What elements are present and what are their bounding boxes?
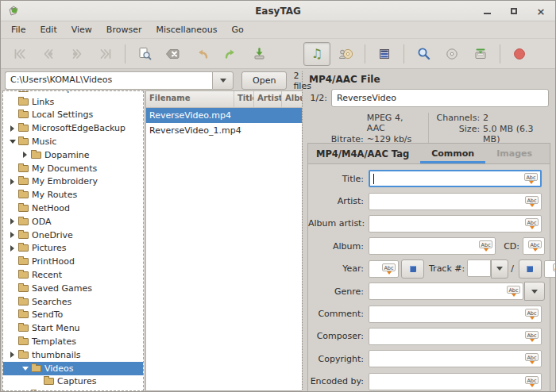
- tree-item-microsoftedgebackup[interactable]: MicrosoftEdgeBackup: [3, 121, 143, 135]
- tree-item-music[interactable]: Music: [3, 135, 143, 148]
- tree-item-start-menu[interactable]: Start Menu: [3, 321, 143, 335]
- column-header-title[interactable]: Title: [234, 91, 254, 107]
- tree-item[interactable]: [3, 388, 143, 391]
- tree-item-sendto[interactable]: SendTo: [3, 309, 143, 322]
- tree-item-dopamine[interactable]: Dopamine: [3, 148, 143, 162]
- track-input[interactable]: [467, 259, 491, 277]
- disc-button[interactable]: [438, 42, 465, 66]
- go-first-button[interactable]: [6, 42, 33, 66]
- tab-common[interactable]: Common: [420, 144, 485, 163]
- encoded-by-input[interactable]: Abc: [369, 373, 542, 390]
- tree-expander-icon[interactable]: [20, 152, 30, 158]
- menu-view[interactable]: View: [64, 22, 99, 37]
- column-header-artist[interactable]: Artist: [254, 91, 282, 107]
- record-button[interactable]: [506, 42, 533, 66]
- composer-input[interactable]: Abc: [369, 328, 542, 345]
- save-files-button[interactable]: [245, 42, 272, 66]
- apply-year-button[interactable]: [401, 259, 424, 279]
- remove-tags-button[interactable]: [160, 42, 187, 66]
- tree-item-links[interactable]: Links: [3, 95, 143, 109]
- album-mask-icon[interactable]: Abc: [479, 240, 492, 252]
- cd-mask-icon[interactable]: Abc: [528, 240, 542, 252]
- genre-input[interactable]: Abc: [369, 282, 523, 300]
- filename-input[interactable]: ReverseVideo: [331, 89, 549, 107]
- audio-note-button[interactable]: ♫: [303, 42, 330, 66]
- column-header-album[interactable]: Album: [282, 91, 302, 107]
- tree-item-templates[interactable]: Templates: [3, 335, 143, 348]
- tree-item-pictures[interactable]: Pictures: [3, 242, 143, 256]
- tree-item-onedrive[interactable]: OneDrive: [3, 229, 143, 242]
- search-button[interactable]: [410, 42, 437, 66]
- tree-item-searches[interactable]: Searches: [3, 295, 143, 309]
- tree-item-recent[interactable]: Recent: [3, 268, 143, 282]
- tracklist-icon: [378, 48, 391, 60]
- scan-files-icon: [137, 47, 152, 60]
- tree-item-oda[interactable]: ODA: [3, 215, 143, 229]
- tracklist-button[interactable]: [371, 42, 398, 66]
- tree-item-printhood[interactable]: PrintHood: [3, 255, 143, 268]
- genre-mask-icon[interactable]: Abc: [507, 286, 520, 297]
- year-mask-icon[interactable]: Abc: [382, 263, 396, 275]
- path-dropdown-button[interactable]: [212, 71, 234, 90]
- tree-expander-icon[interactable]: [7, 140, 17, 144]
- cd-input[interactable]: Abc: [523, 237, 545, 255]
- tree-expander-icon[interactable]: [7, 352, 17, 358]
- comment-mask-icon[interactable]: Abc: [525, 309, 539, 320]
- track-total-input[interactable]: Abc: [544, 260, 556, 278]
- tree-expander-icon[interactable]: [20, 367, 30, 371]
- tree-item-my-embroidery[interactable]: My Embroidery: [3, 175, 143, 189]
- menu-go[interactable]: Go: [225, 22, 251, 37]
- open-button[interactable]: Open: [241, 71, 287, 90]
- menu-file[interactable]: File: [4, 22, 33, 37]
- title-mask-icon[interactable]: Abc: [524, 173, 538, 184]
- redo-button[interactable]: [217, 42, 244, 66]
- year-input[interactable]: Abc: [369, 260, 399, 278]
- close-button[interactable]: ×: [535, 5, 547, 17]
- tree-item-thumbnails[interactable]: thumbnails: [3, 348, 143, 362]
- minimize-button[interactable]: [481, 5, 493, 17]
- tree-expander-icon[interactable]: [7, 179, 17, 185]
- tree-item-videos[interactable]: Videos: [3, 362, 143, 375]
- album-input[interactable]: Abc: [369, 237, 496, 255]
- tree-item-local-settings[interactable]: Local Settings: [3, 109, 143, 122]
- genre-dropdown-button[interactable]: [524, 282, 545, 301]
- apply-track-button[interactable]: [519, 259, 542, 279]
- tree-item-saved-games[interactable]: Saved Games: [3, 282, 143, 295]
- tree-item-my-documents[interactable]: My Documents: [3, 162, 143, 175]
- comment-input[interactable]: Abc: [369, 306, 542, 323]
- title-input[interactable]: Abc: [369, 170, 542, 187]
- go-last-button[interactable]: [92, 42, 119, 66]
- undo-button[interactable]: [188, 42, 215, 66]
- maximize-button[interactable]: [508, 5, 520, 17]
- tree-expander-icon[interactable]: [7, 125, 17, 132]
- track-dropdown-button[interactable]: [491, 259, 508, 279]
- tree-item-my-routes[interactable]: My Routes: [3, 188, 143, 202]
- menu-miscellaneous[interactable]: Miscellaneous: [149, 22, 224, 37]
- tree-expander-icon[interactable]: [7, 218, 17, 225]
- file-row[interactable]: ReverseVideo_1.mp4: [146, 123, 302, 138]
- go-back-button[interactable]: [35, 42, 62, 66]
- artist-mask-icon[interactable]: Abc: [525, 196, 539, 207]
- cddb-button[interactable]: [332, 42, 359, 66]
- album-artist-input[interactable]: Abc: [369, 215, 542, 233]
- go-forward-button[interactable]: [64, 42, 91, 66]
- album-artist-mask-icon[interactable]: Abc: [525, 218, 539, 229]
- copyright-mask-icon[interactable]: Abc: [525, 353, 539, 364]
- tree-expander-icon[interactable]: [7, 245, 17, 252]
- file-row[interactable]: ReverseVideo.mp4: [146, 108, 302, 123]
- path-input[interactable]: C:\Users\KOMAL\Videos: [5, 71, 212, 90]
- tab-images[interactable]: Images: [485, 144, 543, 163]
- export-playlist-button[interactable]: [467, 42, 494, 66]
- tree-item-nethood[interactable]: NetHood: [3, 202, 143, 215]
- artist-input[interactable]: Abc: [369, 193, 542, 210]
- tree-expander-icon[interactable]: [7, 232, 17, 238]
- track-total-mask-icon[interactable]: Abc: [553, 263, 556, 275]
- scan-files-button[interactable]: [131, 42, 158, 66]
- menu-browser[interactable]: Browser: [99, 22, 149, 37]
- copyright-input[interactable]: Abc: [369, 350, 542, 367]
- tree-item-captures[interactable]: Captures: [3, 375, 143, 389]
- composer-mask-icon[interactable]: Abc: [525, 331, 539, 342]
- menu-edit[interactable]: Edit: [33, 22, 64, 37]
- column-header-filename[interactable]: Filename: [146, 91, 234, 107]
- encoded-by-mask-icon[interactable]: Abc: [525, 376, 539, 387]
